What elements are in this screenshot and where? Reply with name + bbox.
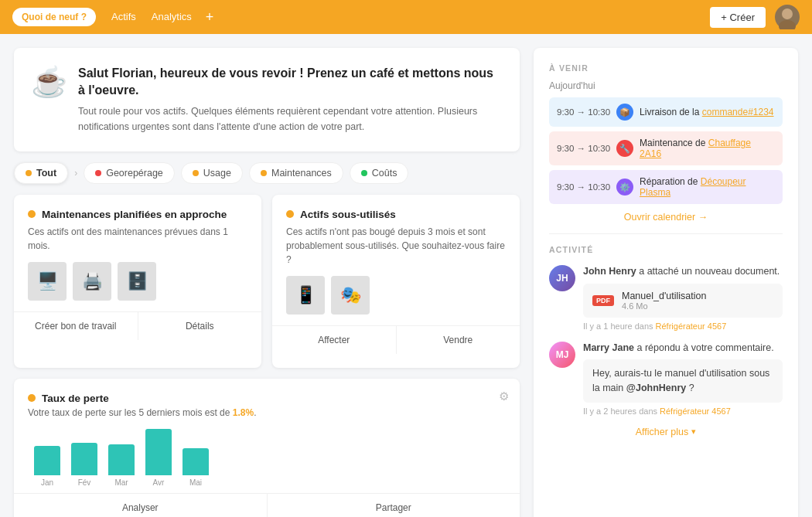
event-label-1: Livraison de la commande#1234 xyxy=(640,107,773,117)
pdf-size: 4.6 Mo xyxy=(622,301,706,311)
filter-tabs: Tout › Georepérage Usage Maintenances Co… xyxy=(14,162,520,184)
activity-title: ACTIVITÉ xyxy=(549,245,783,254)
coffee-icon: ☕ xyxy=(31,65,67,99)
app-header: Quoi de neuf ? Actifs Analytics + + Crée… xyxy=(0,0,812,34)
maintenance-card: Maintenances planifiées en approche Ces … xyxy=(14,195,261,368)
cards-grid: Maintenances planifiées en approche Ces … xyxy=(14,195,520,368)
event-label-3: Réparation de Découpeur Plasma xyxy=(640,176,775,198)
underused-dot xyxy=(286,210,294,218)
tout-dot xyxy=(26,170,32,176)
show-more-button[interactable]: Afficher plus ▾ xyxy=(549,427,783,437)
svg-point-0 xyxy=(782,9,793,19)
event-time-3: 9:30 → 10:30 xyxy=(557,182,610,192)
maintenances-label: Maintenances xyxy=(271,168,332,179)
filter-tab-maintenances[interactable]: Maintenances xyxy=(249,162,343,184)
filter-tab-georeperage[interactable]: Georepérage xyxy=(84,162,175,184)
bar-label-fev: Fév xyxy=(78,478,91,487)
bar-mar: Mar xyxy=(108,444,135,487)
john-activity-text: John Henry a attaché un nouveau document… xyxy=(583,265,783,279)
whats-new-button[interactable]: Quoi de neuf ? xyxy=(12,8,96,26)
event-item-1[interactable]: 9:30 → 10:30 📦 Livraison de la commande#… xyxy=(549,97,783,127)
welcome-text: Tout roule pour vos actifs. Quelques élé… xyxy=(78,104,503,134)
couts-dot xyxy=(361,170,367,176)
event-item-2[interactable]: 9:30 → 10:30 🔧 Maintenance de Chauffage … xyxy=(549,131,783,165)
svg-point-1 xyxy=(779,20,796,29)
loss-card: ⚙ Taux de perte Votre taux de perte sur … xyxy=(14,379,520,517)
underused-asset-2: 🎭 xyxy=(331,276,370,315)
partager-button[interactable]: Partager xyxy=(268,494,520,517)
underused-card: Actifs sous-utilisés Ces actifs n'ont pa… xyxy=(272,195,520,368)
loss-chart: Jan Fév Mar Avr Mai xyxy=(28,429,506,487)
activity-item-1: JH John Henry a attaché un nouveau docum… xyxy=(549,265,783,331)
welcome-card: ☕ Salut Florian, heureux de vous revoir … xyxy=(14,48,520,151)
user-avatar[interactable] xyxy=(775,5,800,29)
pdf-attachment[interactable]: PDF Manuel_d'utilisation 4.6 Mo xyxy=(583,284,783,318)
marry-activity-content: Marry Jane a répondu à votre commentaire… xyxy=(583,342,783,416)
bar-label-avr: Avr xyxy=(153,478,165,487)
event-item-3[interactable]: 9:30 → 10:30 ⚙️ Réparation de Découpeur … xyxy=(549,170,783,204)
today-label: Aujourd'hui xyxy=(549,80,783,91)
filter-tab-usage[interactable]: Usage xyxy=(181,162,243,184)
maintenance-title: Maintenances planifiées en approche xyxy=(42,209,227,220)
event-icon-3: ⚙️ xyxy=(616,179,633,196)
maintenance-details-button[interactable]: Détails xyxy=(138,312,262,340)
comment-bubble: Hey, aurais-tu le manuel d'utilisation s… xyxy=(583,359,783,403)
bar-label-mar: Mar xyxy=(114,478,128,487)
loss-desc: Votre taux de perte sur les 5 derniers m… xyxy=(28,407,506,418)
maintenances-dot xyxy=(261,170,267,176)
asset-image-1: 🖥️ xyxy=(28,262,67,301)
couts-label: Coûts xyxy=(372,168,397,179)
pdf-badge: PDF xyxy=(592,295,614,306)
underused-title: Actifs sous-utilisés xyxy=(300,209,396,220)
main-content: ☕ Salut Florian, heureux de vous revoir … xyxy=(0,34,812,517)
left-column: ☕ Salut Florian, heureux de vous revoir … xyxy=(14,48,520,517)
avenir-section: À VENIR Aujourd'hui 9:30 → 10:30 📦 Livra… xyxy=(549,63,783,233)
open-calendar-link[interactable]: Ouvrir calendrier → xyxy=(549,212,783,223)
maintenance-images: 🖥️ 🖨️ 🗄️ xyxy=(28,262,247,301)
loss-dot xyxy=(28,394,36,402)
john-avatar: JH xyxy=(549,265,575,291)
analyser-button[interactable]: Analyser xyxy=(14,494,267,517)
underused-desc: Ces actifs n'ont pas bougé depuis 3 mois… xyxy=(286,225,506,267)
welcome-title: Salut Florian, heureux de vous revoir ! … xyxy=(78,65,503,98)
event-time-1: 9:30 → 10:30 xyxy=(557,107,610,117)
underused-asset-1: 📱 xyxy=(286,276,325,315)
gear-settings-icon[interactable]: ⚙ xyxy=(499,389,509,403)
bar-fev: Fév xyxy=(71,443,97,487)
event-icon-1: 📦 xyxy=(616,104,633,121)
event-label-2: Maintenance de Chauffage 2A16 xyxy=(640,138,775,159)
usage-label: Usage xyxy=(203,168,231,179)
georeperage-dot xyxy=(95,170,101,176)
header-nav: Actifs Analytics + xyxy=(105,8,218,27)
nav-analytics[interactable]: Analytics xyxy=(145,8,198,27)
bar-avr: Avr xyxy=(145,429,172,487)
avenir-title: À VENIR xyxy=(549,63,783,73)
create-work-order-button[interactable]: Créer bon de travail xyxy=(14,312,138,340)
filter-tab-couts[interactable]: Coûts xyxy=(350,162,409,184)
bar-jan: Jan xyxy=(34,446,60,487)
nav-actifs[interactable]: Actifs xyxy=(105,8,142,27)
asset-image-2: 🖨️ xyxy=(73,262,111,301)
maintenance-dot xyxy=(28,210,36,218)
vendre-button[interactable]: Vendre xyxy=(397,326,520,354)
tout-label: Tout xyxy=(36,168,56,179)
filter-tab-tout[interactable]: Tout xyxy=(14,162,68,184)
maintenance-desc: Ces actifs ont des maintenances prévues … xyxy=(28,225,247,253)
create-button[interactable]: + Créer xyxy=(710,7,766,28)
marry-avatar: MJ xyxy=(549,342,575,368)
john-activity-content: John Henry a attaché un nouveau document… xyxy=(583,265,783,331)
bar-label-jan: Jan xyxy=(41,478,53,487)
right-panel: À VENIR Aujourd'hui 9:30 → 10:30 📦 Livra… xyxy=(534,48,798,517)
john-activity-meta: Il y a 1 heure dans Réfrigérateur 4567 xyxy=(583,321,783,331)
event-icon-2: 🔧 xyxy=(616,140,633,157)
section-divider xyxy=(549,233,783,234)
affecter-button[interactable]: Affecter xyxy=(272,326,396,354)
bar-mai: Mai xyxy=(183,448,209,487)
marry-activity-text: Marry Jane a répondu à votre commentaire… xyxy=(583,342,783,355)
marry-activity-meta: Il y a 2 heures dans Réfrigérateur 4567 xyxy=(583,406,783,416)
nav-plus-icon[interactable]: + xyxy=(201,8,219,27)
bar-label-mai: Mai xyxy=(189,478,202,487)
asset-image-3: 🗄️ xyxy=(118,262,156,301)
activity-section: ACTIVITÉ JH John Henry a attaché un nouv… xyxy=(549,245,783,437)
loss-title: Taux de perte xyxy=(42,393,109,404)
